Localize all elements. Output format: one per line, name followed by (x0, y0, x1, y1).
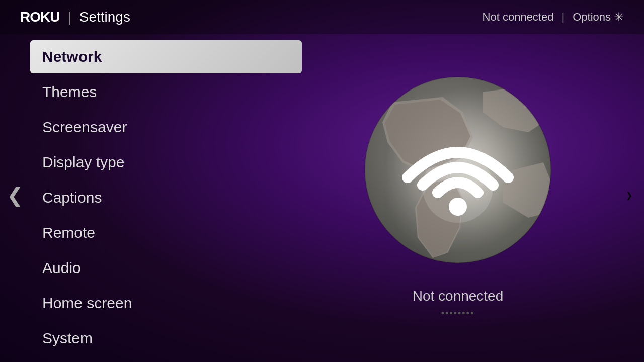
menu-item-label: Screensaver (42, 119, 127, 135)
connection-status-panel: Not connected (413, 288, 504, 304)
menu-item-themes[interactable]: Themes (30, 75, 302, 109)
menu-item-captions[interactable]: Captions (30, 181, 302, 214)
menu-item-label: Audio (42, 259, 81, 276)
network-panel: Not connected •••••••• (302, 34, 614, 356)
menu-item-label: System (42, 330, 93, 346)
menu-item-display-type[interactable]: Display type (30, 146, 302, 179)
menu-item-label: Network (42, 48, 102, 65)
menu-item-label: Themes (42, 83, 97, 100)
connection-status-header: Not connected (482, 11, 554, 24)
menu-item-network[interactable]: Network (30, 40, 302, 73)
header: ROKU | Settings Not connected | Options … (0, 0, 644, 34)
menu-item-label: Home screen (42, 295, 132, 311)
main-content: ❮ Network Themes Screensaver Display typ… (0, 34, 644, 356)
settings-menu: Network Themes Screensaver Display type … (30, 34, 302, 356)
header-pipe: | (561, 11, 565, 24)
menu-item-label: Display type (42, 154, 124, 170)
right-arrow-icon: ❯ (626, 191, 632, 200)
nav-left-button[interactable]: ❮ (0, 34, 30, 356)
menu-item-home-screen[interactable]: Home screen (30, 287, 302, 320)
menu-item-system[interactable]: System (30, 322, 302, 355)
menu-item-screensaver[interactable]: Screensaver (30, 111, 302, 144)
menu-item-audio[interactable]: Audio (30, 251, 302, 285)
menu-item-label: Captions (42, 189, 102, 206)
page-title: Settings (79, 9, 130, 25)
globe-illustration (362, 72, 553, 273)
nav-right-button[interactable]: ❯ (614, 34, 644, 356)
asterisk-icon: ✳ (614, 10, 624, 24)
globe-wifi-icon (362, 72, 553, 268)
menu-item-remote[interactable]: Remote (30, 216, 302, 249)
svg-point-5 (449, 198, 467, 216)
menu-item-label: Remote (42, 224, 95, 241)
left-arrow-icon: ❮ (7, 184, 24, 207)
header-right: Not connected | Options ✳ (482, 10, 624, 24)
header-divider: | (67, 9, 71, 25)
header-left: ROKU | Settings (20, 9, 130, 25)
options-button[interactable]: Options ✳ (573, 10, 624, 24)
options-label: Options (573, 11, 611, 24)
roku-logo: ROKU (20, 9, 59, 25)
connection-subtext: •••••••• (441, 308, 474, 319)
